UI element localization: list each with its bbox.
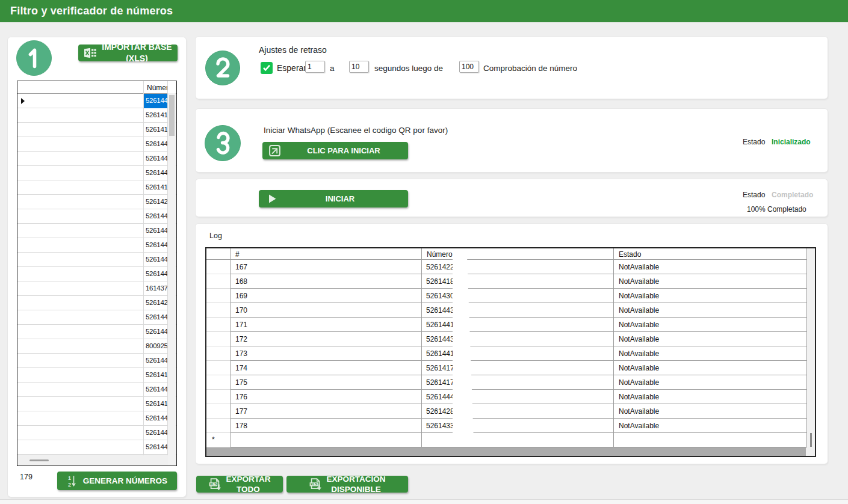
grid-horizontal-scrollbar-thumb[interactable] — [29, 459, 49, 461]
log-cell-numero: 5261428 — [422, 404, 614, 419]
numbers-grid-row[interactable]: 526141 — [17, 108, 176, 123]
import-base-button[interactable]: IMPORTAR BASE(XLS) — [78, 45, 178, 61]
delay-settings-title: Ajustes de retraso — [259, 45, 327, 55]
log-cell-numero: 5261444 — [422, 390, 614, 404]
log-vertical-scrollbar-thumb[interactable] — [810, 433, 812, 447]
log-table-row[interactable]: 1695261430NotAvailable — [206, 289, 815, 303]
grid-vertical-scrollbar-thumb[interactable] — [169, 95, 175, 136]
whatsapp-instruction: Iniciar WhatsApp (Escanee el codigo QR p… — [264, 126, 448, 135]
numbers-grid-row[interactable]: 526144 — [17, 383, 176, 397]
log-cell-numero: 52614174 — [422, 361, 614, 375]
log-col-numero: Número — [422, 248, 614, 260]
wait-checkbox[interactable] — [261, 62, 273, 74]
log-table-row[interactable]: 1765261444NotAvailable — [206, 390, 815, 404]
numbers-grid-row[interactable]: 526142 — [17, 195, 176, 209]
numbers-grid-row[interactable]: 526144 — [17, 238, 176, 253]
grid-col-separator — [143, 81, 144, 455]
launch-icon — [269, 145, 280, 156]
play-icon — [268, 194, 276, 203]
log-vertical-scrollbar[interactable] — [807, 248, 815, 447]
numbers-grid-row[interactable]: 526144 — [17, 253, 176, 267]
log-cell-estado: NotAvailable — [614, 274, 807, 289]
log-cell-n: 175 — [231, 375, 422, 390]
numbers-grid-row[interactable]: 526144 — [17, 209, 176, 224]
check-count-input[interactable] — [459, 61, 479, 73]
numbers-grid-row[interactable]: 526144 — [17, 94, 176, 108]
seconds-after-label: segundos luego de — [374, 64, 443, 73]
log-rowheader-cell — [206, 274, 231, 289]
digit-3 — [211, 131, 235, 155]
numbers-grid-row[interactable]: 526144 — [17, 310, 176, 325]
generate-numbers-button[interactable]: 1 2 GENERAR NÚMEROS — [57, 472, 177, 490]
log-table-row[interactable]: 17452614174NotAvailable — [206, 361, 815, 375]
numbers-grid-row[interactable]: 526144 — [17, 137, 176, 152]
log-col-index: # — [231, 248, 422, 260]
log-cell-numero: 5261417 — [422, 375, 614, 390]
numbers-grid-row[interactable]: 526144 — [17, 267, 176, 281]
export-all-label: EXPORTARTODO — [226, 476, 270, 493]
numbers-grid-column-header: Número — [147, 84, 168, 92]
step2-badge — [205, 51, 240, 85]
log-cell-numero: 5261443 — [422, 303, 614, 318]
log-horizontal-scrollbar-thumb[interactable] — [206, 447, 806, 456]
numbers-grid-row[interactable]: 526144 — [17, 411, 176, 426]
export-available-button[interactable]: XLS EXPORTACIÓNDISPONIBLE — [286, 476, 408, 493]
numbers-grid-row[interactable]: 526141 — [17, 180, 176, 195]
log-label: Log — [209, 232, 222, 240]
log-table-row[interactable]: 1735261441NotAvailable — [206, 346, 815, 361]
wait-label: Esperar — [277, 63, 306, 73]
log-cell-n: 178 — [231, 419, 422, 433]
log-cell-estado: NotAvailable — [614, 289, 807, 303]
grid-vertical-scrollbar[interactable] — [168, 93, 176, 466]
check-icon — [262, 64, 271, 72]
log-cell-n: 174 — [231, 361, 422, 375]
numbers-grid-header: Número — [17, 81, 176, 94]
log-table-row[interactable]: 1755261417NotAvailable — [206, 375, 815, 390]
log-cell-n: 168 — [231, 274, 422, 289]
numbers-grid-row[interactable]: 526144 — [17, 354, 176, 368]
numbers-grid-row[interactable]: 526141 — [17, 397, 176, 411]
numbers-grid-row[interactable]: 526144 — [17, 224, 176, 238]
numbers-grid[interactable]: Número 526144526141526141526144526144526… — [17, 81, 177, 466]
numbers-grid-row[interactable]: 526144 — [17, 166, 176, 180]
log-table[interactable]: # Número Estado 1675261422NotAvailable16… — [205, 247, 816, 457]
row-count-label: 179 — [20, 473, 32, 481]
generate-numbers-label: GENERAR NÚMEROS — [83, 476, 167, 485]
log-rowheader-cell — [206, 419, 231, 433]
log-rowheader-cell — [206, 361, 231, 375]
numbers-grid-row[interactable]: 526144 — [17, 440, 176, 455]
export-all-button[interactable]: XLS EXPORTARTODO — [196, 476, 283, 493]
log-cell-estado: NotAvailable — [614, 332, 807, 346]
delay-from-input[interactable] — [305, 61, 325, 73]
step4-status-value: Completado — [772, 191, 813, 199]
log-table-row[interactable]: 17152614411NotAvailable — [206, 318, 815, 332]
log-new-row: * — [206, 433, 815, 447]
numbers-grid-row[interactable]: 526141 — [17, 123, 176, 137]
click-to-start-button[interactable]: CLIC PARA INICIAR — [262, 142, 408, 159]
log-new-row-cell — [231, 433, 422, 447]
import-base-label: IMPORTAR BASE(XLS) — [102, 45, 172, 61]
numbers-grid-row[interactable]: 526144 — [17, 325, 176, 339]
delay-to-input[interactable] — [349, 61, 369, 73]
log-header-rowheader — [206, 248, 231, 260]
log-table-row[interactable]: 1775261428NotAvailable — [206, 404, 815, 419]
click-to-start-label: CLIC PARA INICIAR — [307, 146, 380, 155]
log-rowheader-cell — [206, 260, 231, 274]
numbers-grid-row[interactable]: 526141 — [17, 368, 176, 383]
log-table-row[interactable]: 1675261422NotAvailable — [206, 260, 815, 274]
log-table-row[interactable]: 16852614189NotAvailable — [206, 274, 815, 289]
current-row-arrow — [21, 98, 25, 104]
log-table-row[interactable]: 1785261433NotAvailable — [206, 419, 815, 433]
numbers-grid-row[interactable]: 161437 — [17, 281, 176, 296]
numbers-grid-row[interactable]: 526142 — [17, 296, 176, 310]
log-horizontal-scrollbar[interactable] — [206, 447, 815, 456]
numbers-grid-row[interactable]: 526144 — [17, 426, 176, 440]
numbers-grid-row[interactable]: 800925 — [17, 339, 176, 354]
log-cell-estado: NotAvailable — [614, 419, 807, 433]
log-rowheader-cell — [206, 303, 231, 318]
log-table-row[interactable]: 1725261443NotAvailable — [206, 332, 815, 346]
digit-2 — [211, 56, 235, 80]
log-table-row[interactable]: 1705261443NotAvailable — [206, 303, 815, 318]
numbers-grid-row[interactable]: 526144 — [17, 152, 176, 166]
start-button[interactable]: INICIAR — [259, 190, 408, 207]
